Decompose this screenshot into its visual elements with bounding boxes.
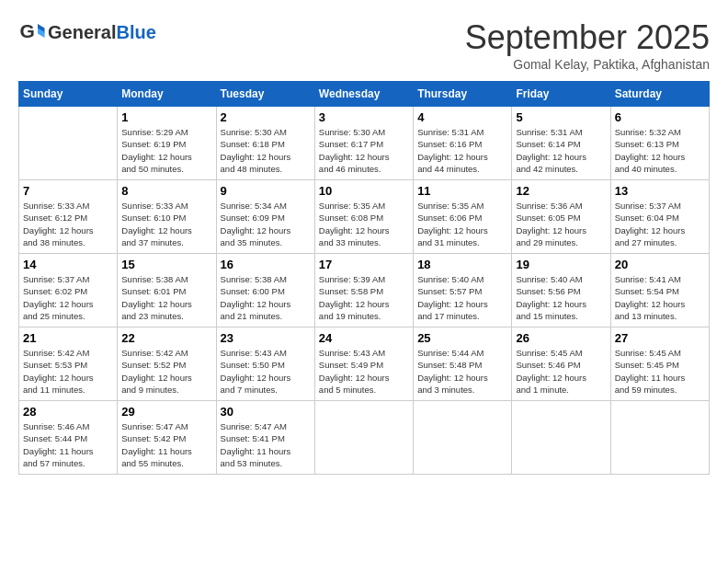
calendar-day-cell: 12Sunrise: 5:36 AM Sunset: 6:05 PM Dayli… [512, 180, 610, 254]
day-info: Sunrise: 5:32 AM Sunset: 6:13 PM Dayligh… [615, 126, 705, 175]
day-info: Sunrise: 5:39 AM Sunset: 5:58 PM Dayligh… [319, 273, 409, 322]
day-info: Sunrise: 5:43 AM Sunset: 5:49 PM Dayligh… [319, 347, 409, 396]
day-number: 2 [221, 110, 311, 124]
day-number: 1 [121, 110, 211, 124]
day-number: 29 [121, 405, 211, 419]
calendar-day-cell: 25Sunrise: 5:44 AM Sunset: 5:48 PM Dayli… [414, 327, 512, 401]
calendar-week-row: 14Sunrise: 5:37 AM Sunset: 6:02 PM Dayli… [19, 254, 710, 327]
day-info: Sunrise: 5:46 AM Sunset: 5:44 PM Dayligh… [23, 420, 113, 469]
weekday-header-cell: Thursday [414, 82, 512, 107]
day-info: Sunrise: 5:40 AM Sunset: 5:57 PM Dayligh… [417, 273, 507, 322]
day-info: Sunrise: 5:45 AM Sunset: 5:46 PM Dayligh… [516, 347, 606, 396]
calendar-day-cell: 9Sunrise: 5:34 AM Sunset: 6:09 PM Daylig… [216, 180, 314, 254]
calendar-day-cell: 24Sunrise: 5:43 AM Sunset: 5:49 PM Dayli… [314, 327, 413, 401]
day-number: 8 [121, 184, 211, 198]
weekday-header-cell: Friday [512, 82, 610, 107]
day-number: 18 [417, 258, 507, 271]
day-info: Sunrise: 5:31 AM Sunset: 6:14 PM Dayligh… [516, 126, 606, 175]
day-info: Sunrise: 5:41 AM Sunset: 5:54 PM Dayligh… [615, 273, 705, 322]
calendar-day-cell: 17Sunrise: 5:39 AM Sunset: 5:58 PM Dayli… [314, 254, 413, 327]
calendar-day-cell: 1Sunrise: 5:29 AM Sunset: 6:19 PM Daylig… [118, 107, 216, 180]
calendar-day-cell [610, 401, 709, 475]
calendar-week-row: 1Sunrise: 5:29 AM Sunset: 6:19 PM Daylig… [19, 107, 710, 180]
svg-text:G: G [20, 20, 35, 41]
weekday-header-cell: Wednesday [314, 82, 413, 107]
day-number: 20 [615, 258, 705, 271]
calendar-day-cell: 6Sunrise: 5:32 AM Sunset: 6:13 PM Daylig… [610, 107, 709, 180]
weekday-header-cell: Tuesday [216, 82, 314, 107]
day-number: 24 [319, 331, 409, 345]
day-number: 3 [319, 110, 409, 124]
calendar-day-cell: 14Sunrise: 5:37 AM Sunset: 6:02 PM Dayli… [19, 254, 118, 327]
logo: G GeneralBlue [18, 18, 156, 46]
day-number: 30 [221, 405, 311, 419]
calendar-table: SundayMondayTuesdayWednesdayThursdayFrid… [18, 81, 710, 475]
weekday-header-cell: Saturday [610, 82, 709, 107]
calendar-day-cell: 23Sunrise: 5:43 AM Sunset: 5:50 PM Dayli… [216, 327, 314, 401]
day-info: Sunrise: 5:40 AM Sunset: 5:56 PM Dayligh… [516, 273, 606, 322]
day-info: Sunrise: 5:45 AM Sunset: 5:45 PM Dayligh… [615, 347, 705, 396]
day-info: Sunrise: 5:30 AM Sunset: 6:18 PM Dayligh… [221, 126, 311, 175]
day-number: 11 [417, 184, 507, 198]
calendar-day-cell: 30Sunrise: 5:47 AM Sunset: 5:41 PM Dayli… [216, 401, 314, 475]
calendar-day-cell: 18Sunrise: 5:40 AM Sunset: 5:57 PM Dayli… [414, 254, 512, 327]
calendar-week-row: 21Sunrise: 5:42 AM Sunset: 5:53 PM Dayli… [19, 327, 710, 401]
calendar-day-cell: 10Sunrise: 5:35 AM Sunset: 6:08 PM Dayli… [314, 180, 413, 254]
day-info: Sunrise: 5:36 AM Sunset: 6:05 PM Dayligh… [516, 200, 606, 248]
day-number: 5 [516, 110, 606, 124]
weekday-header-row: SundayMondayTuesdayWednesdayThursdayFrid… [19, 82, 710, 107]
location: Gomal Kelay, Paktika, Afghanistan [465, 57, 710, 72]
day-number: 28 [23, 405, 113, 419]
day-number: 13 [615, 184, 705, 198]
day-number: 27 [615, 331, 705, 345]
day-info: Sunrise: 5:37 AM Sunset: 6:02 PM Dayligh… [23, 273, 113, 322]
day-number: 12 [516, 184, 606, 198]
day-number: 16 [221, 258, 311, 271]
day-number: 25 [417, 331, 507, 345]
calendar-day-cell [512, 401, 610, 475]
title-area: September 2025 Gomal Kelay, Paktika, Afg… [465, 18, 710, 72]
logo-text: GeneralBlue [48, 22, 156, 43]
month-title: September 2025 [465, 18, 710, 57]
day-number: 26 [516, 331, 606, 345]
day-number: 23 [221, 331, 311, 345]
day-number: 7 [23, 184, 113, 198]
day-info: Sunrise: 5:44 AM Sunset: 5:48 PM Dayligh… [417, 347, 507, 396]
calendar-day-cell: 7Sunrise: 5:33 AM Sunset: 6:12 PM Daylig… [19, 180, 118, 254]
day-info: Sunrise: 5:38 AM Sunset: 6:01 PM Dayligh… [121, 273, 211, 322]
calendar-day-cell: 28Sunrise: 5:46 AM Sunset: 5:44 PM Dayli… [19, 401, 118, 475]
day-number: 15 [121, 258, 211, 271]
day-number: 17 [319, 258, 409, 271]
calendar-day-cell: 11Sunrise: 5:35 AM Sunset: 6:06 PM Dayli… [414, 180, 512, 254]
calendar-day-cell: 15Sunrise: 5:38 AM Sunset: 6:01 PM Dayli… [118, 254, 216, 327]
calendar-day-cell: 5Sunrise: 5:31 AM Sunset: 6:14 PM Daylig… [512, 107, 610, 180]
day-info: Sunrise: 5:35 AM Sunset: 6:08 PM Dayligh… [319, 200, 409, 248]
day-info: Sunrise: 5:38 AM Sunset: 6:00 PM Dayligh… [221, 273, 311, 322]
day-info: Sunrise: 5:35 AM Sunset: 6:06 PM Dayligh… [417, 200, 507, 248]
day-number: 10 [319, 184, 409, 198]
calendar-day-cell [314, 401, 413, 475]
calendar-day-cell: 4Sunrise: 5:31 AM Sunset: 6:16 PM Daylig… [414, 107, 512, 180]
weekday-header-cell: Monday [118, 82, 216, 107]
day-number: 4 [417, 110, 507, 124]
day-info: Sunrise: 5:31 AM Sunset: 6:16 PM Dayligh… [417, 126, 507, 175]
calendar-day-cell: 22Sunrise: 5:42 AM Sunset: 5:52 PM Dayli… [118, 327, 216, 401]
day-number: 14 [23, 258, 113, 271]
day-info: Sunrise: 5:33 AM Sunset: 6:12 PM Dayligh… [23, 200, 113, 248]
calendar-day-cell [414, 401, 512, 475]
calendar-day-cell: 8Sunrise: 5:33 AM Sunset: 6:10 PM Daylig… [118, 180, 216, 254]
day-info: Sunrise: 5:29 AM Sunset: 6:19 PM Dayligh… [121, 126, 211, 175]
calendar-day-cell: 27Sunrise: 5:45 AM Sunset: 5:45 PM Dayli… [610, 327, 709, 401]
day-info: Sunrise: 5:42 AM Sunset: 5:52 PM Dayligh… [121, 347, 211, 396]
day-info: Sunrise: 5:42 AM Sunset: 5:53 PM Dayligh… [23, 347, 113, 396]
day-number: 9 [221, 184, 311, 198]
day-number: 21 [23, 331, 113, 345]
calendar-day-cell: 3Sunrise: 5:30 AM Sunset: 6:17 PM Daylig… [314, 107, 413, 180]
calendar-week-row: 28Sunrise: 5:46 AM Sunset: 5:44 PM Dayli… [19, 401, 710, 475]
day-info: Sunrise: 5:43 AM Sunset: 5:50 PM Dayligh… [221, 347, 311, 396]
weekday-header-cell: Sunday [19, 82, 118, 107]
calendar-day-cell: 20Sunrise: 5:41 AM Sunset: 5:54 PM Dayli… [610, 254, 709, 327]
day-number: 6 [615, 110, 705, 124]
day-info: Sunrise: 5:37 AM Sunset: 6:04 PM Dayligh… [615, 200, 705, 248]
day-info: Sunrise: 5:33 AM Sunset: 6:10 PM Dayligh… [121, 200, 211, 248]
